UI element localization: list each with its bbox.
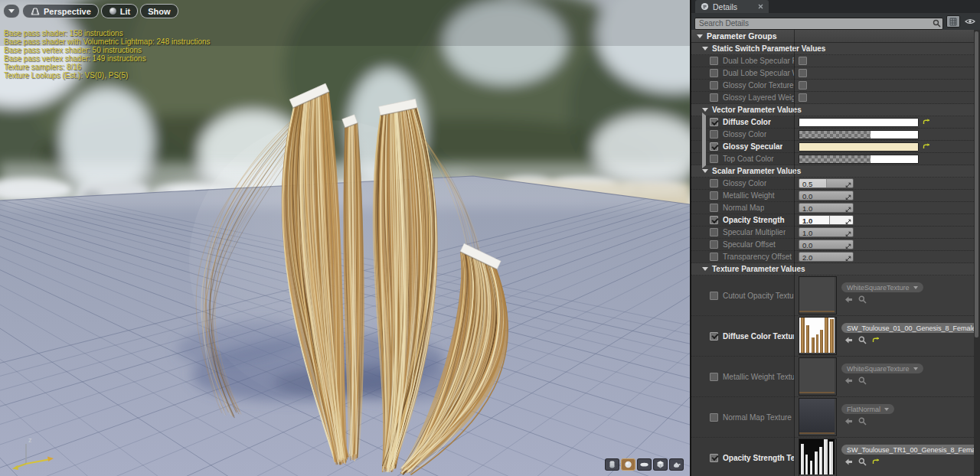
color-swatch[interactable] bbox=[799, 155, 919, 164]
override-checkbox[interactable] bbox=[710, 253, 718, 261]
switch-value-checkbox[interactable] bbox=[799, 57, 807, 65]
scalar-value-input[interactable]: 0.0 bbox=[799, 191, 854, 201]
browse-to-asset-button[interactable] bbox=[858, 417, 867, 425]
texture-thumbnail[interactable] bbox=[799, 317, 837, 355]
override-checkbox[interactable] bbox=[710, 142, 718, 151]
scrollbar-thumb[interactable] bbox=[975, 31, 978, 337]
color-swatch[interactable] bbox=[799, 142, 919, 152]
browse-to-asset-button[interactable] bbox=[858, 377, 867, 385]
show-button[interactable]: Show bbox=[140, 4, 178, 18]
parameter-label: Specular Offset bbox=[723, 240, 776, 249]
override-checkbox[interactable] bbox=[710, 81, 718, 90]
section-header-vector-parameter-values[interactable]: Vector Parameter Values bbox=[691, 104, 974, 116]
override-checkbox[interactable] bbox=[710, 93, 718, 102]
expander-icon[interactable] bbox=[702, 152, 706, 166]
parameter-label-cell: Normal Map Texture bbox=[691, 397, 794, 437]
switch-value-checkbox[interactable] bbox=[799, 81, 807, 90]
texture-select-dropdown[interactable]: SW_Toulouse_TR1_00_Genesis_8_Female bbox=[841, 445, 980, 455]
override-checkbox[interactable] bbox=[710, 155, 718, 163]
details-tab[interactable]: Details bbox=[695, 0, 769, 13]
section-header-scalar-parameter-values[interactable]: Scalar Parameter Values bbox=[691, 165, 974, 178]
parameter-value-cell: SW_Toulouse_01_00_Genesis_8_Female bbox=[794, 316, 980, 356]
override-checkbox[interactable] bbox=[710, 413, 718, 422]
override-checkbox[interactable] bbox=[710, 373, 718, 381]
details-scrollbar[interactable] bbox=[974, 30, 980, 476]
scalar-value-input[interactable]: 1.0 bbox=[799, 203, 854, 213]
scalar-value-input[interactable]: 1.0 bbox=[799, 215, 854, 225]
tab-close-icon[interactable] bbox=[758, 4, 763, 9]
reset-to-default-button[interactable] bbox=[923, 143, 931, 150]
section-header-texture-parameter-values[interactable]: Texture Parameter Values bbox=[691, 263, 974, 275]
override-checkbox[interactable] bbox=[710, 191, 718, 200]
browse-to-asset-button[interactable] bbox=[858, 295, 867, 304]
display-options-button[interactable] bbox=[963, 15, 977, 28]
browse-to-asset-button[interactable] bbox=[858, 336, 867, 344]
use-selected-asset-button[interactable] bbox=[844, 377, 853, 385]
switch-value-checkbox[interactable] bbox=[799, 93, 807, 102]
reset-to-default-button[interactable] bbox=[872, 337, 880, 344]
override-checkbox[interactable] bbox=[710, 179, 718, 187]
reset-to-default-button[interactable] bbox=[923, 119, 931, 126]
scalar-value-input[interactable]: 2.0 bbox=[799, 252, 854, 262]
color-swatch[interactable] bbox=[799, 118, 919, 127]
color-swatch[interactable] bbox=[799, 130, 919, 139]
viewport[interactable]: Perspective Lit Show Base pass shader: 1… bbox=[0, 0, 690, 476]
scalar-value-input[interactable]: 1.0 bbox=[799, 227, 854, 237]
lit-mode-button[interactable]: Lit bbox=[101, 4, 138, 18]
override-checkbox[interactable] bbox=[710, 454, 718, 462]
triangle-right-icon bbox=[702, 149, 706, 168]
override-checkbox[interactable] bbox=[710, 292, 718, 300]
parameter-row-top-coat-color: Top Coat Color bbox=[691, 153, 974, 165]
section-header-static-switch-parameter-values[interactable]: Static Switch Parameter Values bbox=[691, 43, 974, 55]
use-selected-asset-button[interactable] bbox=[844, 458, 853, 466]
override-checkbox[interactable] bbox=[710, 204, 718, 212]
parameter-row-opacity-strength: Opacity Strength1.0 bbox=[691, 214, 974, 227]
override-checkbox[interactable] bbox=[710, 57, 718, 65]
parameter-groups-header[interactable]: Parameter Groups bbox=[691, 30, 974, 43]
use-selected-asset-button[interactable] bbox=[844, 336, 853, 344]
parameter-row-specular-multiplier: Specular Multiplier1.0 bbox=[691, 227, 974, 239]
spin-arrows-icon bbox=[845, 205, 851, 213]
texture-select-dropdown[interactable]: WhiteSquareTexture bbox=[841, 282, 923, 292]
override-checkbox[interactable] bbox=[710, 332, 718, 341]
parameter-label: Opacity Strength Texture bbox=[723, 454, 794, 462]
use-selected-asset-button[interactable] bbox=[844, 295, 853, 304]
scalar-value-input[interactable]: 0.0 bbox=[799, 240, 854, 249]
texture-select-dropdown[interactable]: SW_Toulouse_01_00_Genesis_8_Female bbox=[841, 323, 980, 333]
override-checkbox[interactable] bbox=[710, 240, 718, 249]
perspective-label: Perspective bbox=[44, 7, 91, 16]
use-selected-asset-button[interactable] bbox=[844, 417, 853, 425]
texture-action-icons bbox=[844, 295, 923, 304]
reset-to-default-button[interactable] bbox=[872, 458, 880, 465]
preview-mesh-cube-button[interactable] bbox=[653, 458, 668, 471]
chevron-down-icon bbox=[884, 408, 889, 411]
override-checkbox[interactable] bbox=[710, 130, 718, 139]
viewport-options-dropdown-button[interactable] bbox=[3, 4, 20, 18]
texture-thumbnail[interactable] bbox=[799, 439, 837, 476]
browse-to-asset-button[interactable] bbox=[858, 458, 867, 466]
texture-thumbnail[interactable] bbox=[799, 398, 837, 436]
preview-mesh-plane-button[interactable] bbox=[637, 458, 652, 471]
property-matrix-button[interactable] bbox=[946, 15, 960, 28]
parameter-value-cell: WhiteSquareTexture bbox=[794, 275, 974, 315]
texture-select-dropdown[interactable]: FlatNormal bbox=[841, 404, 894, 414]
override-checkbox[interactable] bbox=[710, 216, 718, 224]
override-checkbox[interactable] bbox=[710, 118, 718, 126]
perspective-button[interactable]: Perspective bbox=[22, 4, 99, 18]
stat-line: Base pass shader: 158 instructions bbox=[4, 29, 211, 37]
override-checkbox[interactable] bbox=[710, 69, 718, 77]
switch-value-checkbox[interactable] bbox=[799, 69, 807, 77]
parameter-row-normal-map-texture: Normal Map TextureFlatNormal bbox=[691, 397, 974, 438]
texture-thumbnail[interactable] bbox=[799, 357, 837, 396]
scalar-value-input[interactable]: 0.5 bbox=[799, 178, 854, 188]
parameter-label-cell: Diffuse Color bbox=[691, 116, 794, 128]
lit-label: Lit bbox=[120, 7, 130, 16]
preview-mesh-cylinder-button[interactable] bbox=[605, 458, 619, 471]
texture-select-dropdown[interactable]: WhiteSquareTexture bbox=[841, 364, 923, 373]
preview-mesh-sphere-button[interactable] bbox=[621, 458, 635, 471]
override-checkbox[interactable] bbox=[710, 228, 718, 236]
texture-action-icons bbox=[844, 458, 980, 466]
texture-thumbnail[interactable] bbox=[799, 276, 837, 315]
search-details-input[interactable] bbox=[694, 18, 943, 30]
preview-mesh-teapot-button[interactable] bbox=[669, 458, 684, 471]
